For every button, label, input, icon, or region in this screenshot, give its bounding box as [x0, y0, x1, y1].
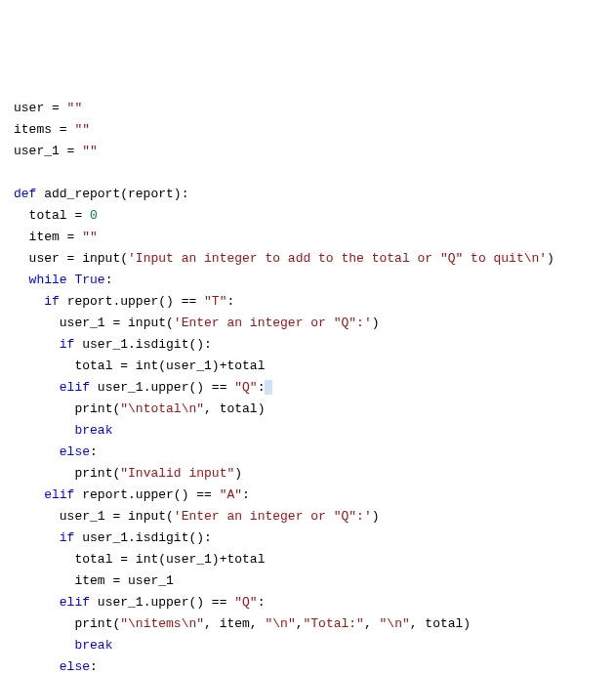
code-line: if report.upper() == "T":	[14, 291, 602, 313]
code-token: else	[60, 659, 90, 674]
code-line: item = user_1	[14, 570, 602, 592]
code-token: "Invalid input"	[120, 466, 234, 481]
code-line: if user_1.isdigit():	[14, 528, 602, 549]
code-line: elif user_1.upper() == "Q":	[14, 592, 602, 613]
code-token: "A"	[220, 487, 242, 502]
code-token: add_report(report):	[36, 187, 188, 201]
code-line: print("\nitems\n", item, "\n","Total:", …	[14, 613, 602, 635]
code-token: ""	[67, 101, 83, 115]
code-token: "\n"	[265, 616, 295, 631]
code-token: total =	[29, 208, 90, 223]
code-token: else	[60, 444, 90, 459]
code-token: ""	[82, 230, 98, 244]
code-line: user_1 = ""	[14, 141, 602, 162]
code-token: :	[90, 659, 98, 674]
code-line: elif user_1.upper() == "Q":	[14, 377, 602, 399]
code-token: if	[60, 337, 75, 352]
code-line: user = input('Input an integer to add to…	[14, 248, 602, 270]
code-token: "T"	[204, 294, 226, 309]
code-token: ""	[82, 144, 98, 158]
code-token: :	[105, 273, 113, 287]
code-token: "\n"	[380, 616, 410, 631]
code-line: total = int(user_1)+total	[14, 356, 602, 377]
code-token: , item,	[204, 616, 265, 631]
code-token: user =	[14, 101, 67, 115]
code-line: else:	[14, 656, 602, 676]
code-token: :	[258, 595, 266, 610]
code-block: user = ""items = ""user_1 = "" def add_r…	[14, 98, 602, 676]
code-token: user_1 =	[14, 144, 82, 158]
code-token: total = int(user_1)+total	[74, 552, 265, 567]
code-token	[265, 380, 272, 395]
code-token: user = input(	[29, 251, 128, 266]
code-line: total = int(user_1)+total	[14, 549, 602, 570]
code-token: print(	[74, 616, 120, 631]
code-token: report.upper() ==	[74, 487, 219, 502]
code-token: report.upper() ==	[60, 294, 204, 309]
code-token: )	[547, 251, 554, 266]
code-line: user = ""	[14, 98, 602, 119]
code-token: user_1.isdigit():	[74, 530, 211, 545]
code-token: elif	[60, 380, 90, 395]
code-token: if	[44, 294, 60, 309]
code-token: item = user_1	[74, 573, 173, 588]
code-line: while True:	[14, 270, 602, 291]
code-token: ,	[364, 616, 380, 631]
code-line: items = ""	[14, 119, 602, 141]
code-line: user_1 = input('Enter an integer or "Q":…	[14, 506, 602, 528]
code-line: break	[14, 635, 602, 656]
code-token: )	[372, 316, 380, 330]
code-token: :	[90, 444, 98, 459]
code-token: ""	[74, 122, 90, 137]
code-token: "Q"	[234, 595, 257, 610]
code-line: else:	[14, 442, 602, 463]
code-token: 'Enter an integer or "Q":'	[174, 509, 372, 524]
code-line	[14, 162, 602, 184]
code-token: break	[74, 423, 112, 438]
code-token: items =	[14, 122, 74, 137]
code-token: )	[372, 509, 380, 524]
code-line: print("Invalid input")	[14, 463, 602, 485]
code-token: elif	[60, 595, 90, 610]
code-token: total = int(user_1)+total	[74, 359, 265, 373]
code-line: item = ""	[14, 227, 602, 248]
code-token: 'Input an integer to add to the total or…	[128, 251, 547, 266]
code-token: print(	[74, 466, 120, 481]
code-token: break	[74, 638, 112, 653]
code-token: :	[242, 487, 250, 502]
code-token: 0	[90, 208, 98, 223]
code-token: , total)	[204, 401, 265, 416]
code-token: 'Enter an integer or "Q":'	[174, 316, 372, 330]
code-token: print(	[74, 401, 120, 416]
code-line: total = 0	[14, 205, 602, 227]
code-line: def add_report(report):	[14, 184, 602, 205]
code-token: user_1.isdigit():	[74, 337, 211, 352]
code-token: "Total:"	[304, 616, 364, 631]
code-token: True	[74, 273, 104, 287]
code-token: )	[234, 466, 242, 481]
code-token: "\nitems\n"	[120, 616, 204, 631]
code-token: user_1 = input(	[60, 316, 174, 330]
code-token: user_1.upper() ==	[90, 380, 234, 395]
code-token: user_1 = input(	[60, 509, 174, 524]
code-token: item =	[29, 230, 83, 244]
code-token: , total)	[410, 616, 471, 631]
code-token: elif	[44, 487, 74, 502]
code-line: print("\ntotal\n", total)	[14, 399, 602, 420]
code-token: user_1.upper() ==	[90, 595, 234, 610]
code-line: if user_1.isdigit():	[14, 334, 602, 356]
code-token: def	[14, 187, 36, 201]
code-token: "\ntotal\n"	[120, 401, 204, 416]
code-line: user_1 = input('Enter an integer or "Q":…	[14, 313, 602, 334]
code-token: "Q"	[234, 380, 257, 395]
code-line: elif report.upper() == "A":	[14, 485, 602, 506]
code-token: if	[60, 530, 75, 545]
code-token: ,	[296, 616, 304, 631]
code-token: while	[29, 273, 67, 287]
code-line: break	[14, 420, 602, 442]
code-token: :	[226, 294, 234, 309]
